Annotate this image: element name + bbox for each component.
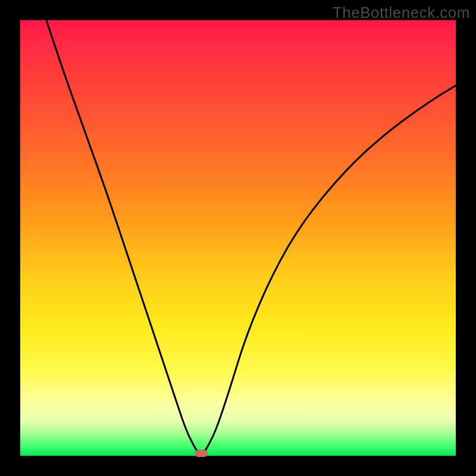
chart-frame: TheBottleneck.com bbox=[0, 0, 476, 476]
minimum-point-marker bbox=[195, 450, 208, 457]
watermark-text: TheBottleneck.com bbox=[333, 4, 470, 22]
bottleneck-curve bbox=[20, 20, 456, 456]
